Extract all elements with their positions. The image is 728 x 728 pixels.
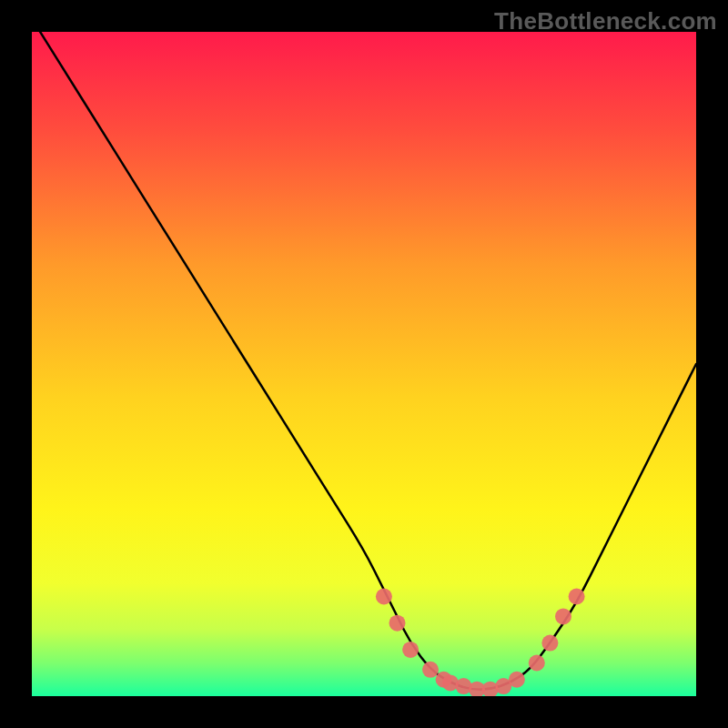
plot-svg — [32, 32, 696, 696]
marker-dot — [389, 615, 406, 632]
marker-dot — [529, 655, 545, 672]
marker-dot — [422, 662, 439, 678]
marker-dot — [569, 589, 585, 605]
marker-dot — [376, 589, 392, 605]
watermark-label: TheBottleneck.com — [494, 7, 717, 35]
marker-dot — [555, 608, 571, 624]
plot-area — [32, 32, 696, 696]
gradient-background — [32, 32, 696, 696]
marker-dot — [509, 672, 525, 688]
marker-dot — [541, 635, 558, 652]
chart-frame: TheBottleneck.com — [0, 0, 728, 728]
marker-dot — [402, 642, 419, 658]
